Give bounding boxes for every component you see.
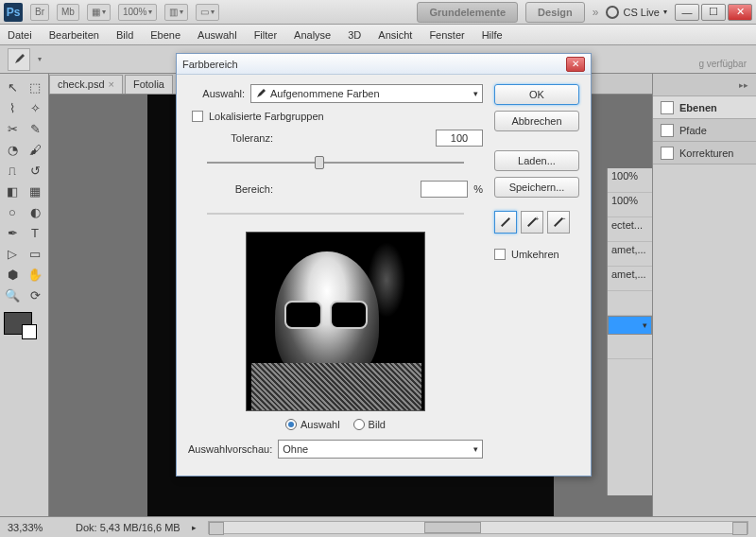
- hand-tool[interactable]: ✋: [25, 265, 45, 284]
- toleranz-input[interactable]: [436, 130, 483, 147]
- layer-snip: amet,...: [611, 244, 646, 255]
- minimize-button[interactable]: —: [675, 4, 699, 21]
- dialog-titlebar[interactable]: Farbbereich ✕: [177, 54, 591, 75]
- layers-panel-peek: 100% 100% ectet... amet,... amet,...: [607, 168, 652, 495]
- eyedropper-tool[interactable]: ✎: [25, 119, 45, 138]
- path-tool[interactable]: ▷: [2, 244, 23, 263]
- workspace-more-icon[interactable]: »: [593, 6, 599, 19]
- radio-icon: [353, 419, 365, 430]
- bereich-unit: %: [473, 183, 483, 195]
- auswahl-value: Aufgenommene Farben: [270, 88, 380, 99]
- panel-pfade-label: Pfade: [679, 125, 707, 136]
- selection-preview[interactable]: [246, 232, 425, 411]
- radio-icon: [285, 419, 297, 430]
- lasso-tool[interactable]: ⌇: [2, 98, 23, 117]
- marquee-tool[interactable]: ⬚: [25, 78, 45, 96]
- cancel-button[interactable]: Abbrechen: [494, 111, 579, 131]
- extras-dropdown[interactable]: ▭: [196, 4, 219, 21]
- close-button[interactable]: ✕: [728, 4, 752, 21]
- selected-layer[interactable]: [608, 316, 652, 335]
- gradient-tool[interactable]: ▦: [25, 182, 45, 200]
- arrange-dropdown[interactable]: ▥: [164, 4, 188, 21]
- dialog-title: Farbbereich: [182, 59, 566, 70]
- eyedropper-subtract-button[interactable]: [547, 211, 570, 234]
- dodge-tool[interactable]: ◐: [25, 202, 45, 221]
- crop-tool[interactable]: ✂: [2, 119, 23, 138]
- menu-datei[interactable]: Datei: [8, 29, 32, 41]
- menu-filter[interactable]: Filter: [254, 29, 277, 41]
- cslive-menu[interactable]: CS Live ▾: [606, 6, 667, 19]
- load-button[interactable]: Laden...: [494, 150, 579, 171]
- auswahl-dropdown[interactable]: Aufgenommene Farben: [250, 84, 483, 103]
- bereich-label: Bereich:: [188, 183, 273, 195]
- vorschau-label: Auswahlvorschau:: [188, 443, 272, 455]
- horizontal-scrollbar[interactable]: [208, 521, 748, 534]
- radio-bild[interactable]: Bild: [353, 419, 386, 430]
- menu-auswahl[interactable]: Auswahl: [198, 29, 237, 41]
- wand-tool[interactable]: ✧: [25, 98, 45, 117]
- workspace-design[interactable]: Design: [525, 2, 585, 23]
- photoshop-logo-icon: Ps: [4, 3, 23, 22]
- move-tool[interactable]: ↖: [2, 78, 23, 96]
- lokal-checkbox[interactable]: [192, 111, 203, 122]
- radio-bild-label: Bild: [369, 419, 386, 430]
- vorschau-dropdown[interactable]: Ohne: [278, 440, 483, 459]
- ok-button[interactable]: OK: [494, 84, 579, 105]
- bereich-slider: [207, 205, 464, 222]
- dok-size[interactable]: Dok: 5,43 MB/16,6 MB: [76, 522, 180, 533]
- radio-auswahl-label: Auswahl: [301, 419, 340, 430]
- panel-pfade[interactable]: Pfade: [653, 119, 756, 142]
- radio-auswahl[interactable]: Auswahl: [285, 419, 340, 430]
- bridge-button[interactable]: Br: [30, 4, 49, 21]
- panel-collapse-arrows[interactable]: ▸▸: [653, 74, 756, 96]
- minibridge-button[interactable]: Mb: [57, 4, 79, 21]
- blur-tool[interactable]: ○: [2, 202, 23, 221]
- umkehren-label: Umkehren: [511, 249, 559, 260]
- dialog-close-button[interactable]: ✕: [566, 57, 585, 72]
- eyedropper-add-button[interactable]: [521, 211, 543, 234]
- doc-tab-1[interactable]: check.psd ×: [49, 75, 123, 94]
- doc-tab-2-label: Fotolia: [133, 78, 164, 90]
- maximize-button[interactable]: ☐: [701, 4, 726, 21]
- heal-tool[interactable]: ◔: [2, 140, 23, 159]
- menu-fenster[interactable]: Fenster: [429, 29, 464, 41]
- color-swatches[interactable]: [4, 312, 32, 335]
- layer-snip: amet,...: [611, 268, 646, 280]
- type-tool[interactable]: T: [25, 223, 45, 242]
- toleranz-label: Toleranz:: [188, 132, 273, 144]
- screen-mode-dropdown[interactable]: ▦: [87, 4, 111, 21]
- menu-ebene[interactable]: Ebene: [150, 29, 180, 41]
- workspace-grundelemente[interactable]: Grundelemente: [417, 2, 518, 23]
- adjustments-icon: [661, 147, 674, 160]
- cslive-icon: [606, 6, 619, 19]
- umkehren-checkbox[interactable]: [494, 249, 506, 260]
- history-brush-tool[interactable]: ↺: [25, 161, 45, 180]
- panel-ebenen-label: Ebenen: [679, 102, 717, 113]
- status-bar: 33,33% Dok: 5,43 MB/16,6 MB ▸: [0, 516, 756, 537]
- menu-analyse[interactable]: Analyse: [294, 29, 331, 41]
- doc-tab-2[interactable]: Fotolia: [125, 75, 173, 94]
- panel-korrekturen[interactable]: Korrekturen: [653, 142, 756, 165]
- menu-bearbeiten[interactable]: Bearbeiten: [49, 29, 99, 41]
- eyedropper-sample-button[interactable]: [494, 211, 517, 234]
- menu-3d[interactable]: 3D: [348, 29, 361, 41]
- panel-ebenen[interactable]: Ebenen: [653, 96, 756, 119]
- menu-hilfe[interactable]: Hilfe: [482, 29, 503, 41]
- toleranz-slider[interactable]: [207, 154, 464, 171]
- save-button[interactable]: Speichern...: [494, 177, 579, 198]
- rotate-tool[interactable]: ⟳: [25, 286, 45, 304]
- zoom-dropdown[interactable]: 100%: [118, 4, 158, 21]
- zoom-display[interactable]: 33,33%: [8, 522, 64, 533]
- auswahl-label: Auswahl:: [188, 88, 245, 99]
- 3d-tool[interactable]: ⬢: [2, 265, 23, 284]
- zoom-tool[interactable]: 🔍: [2, 286, 23, 304]
- brush-tool[interactable]: 🖌: [25, 140, 45, 159]
- eraser-tool[interactable]: ◧: [2, 182, 23, 200]
- stamp-tool[interactable]: ⎍: [2, 161, 23, 180]
- menu-bild[interactable]: Bild: [116, 29, 133, 41]
- pen-tool[interactable]: ✒: [2, 223, 23, 242]
- active-tool-eyedropper-icon[interactable]: [8, 48, 30, 71]
- close-icon[interactable]: ×: [109, 78, 114, 90]
- shape-tool[interactable]: ▭: [25, 244, 45, 263]
- menu-ansicht[interactable]: Ansicht: [378, 29, 412, 41]
